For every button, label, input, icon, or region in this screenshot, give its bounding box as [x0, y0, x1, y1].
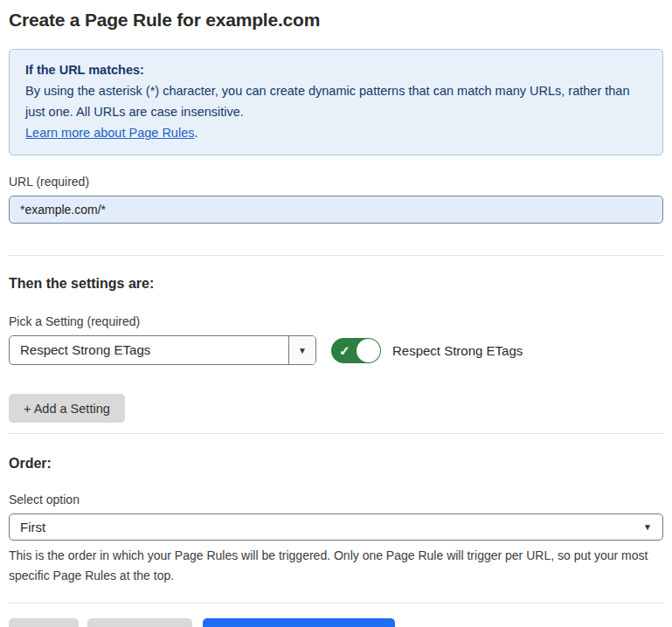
info-box-heading: If the URL matches: — [25, 59, 647, 80]
chevron-down-icon: ▼ — [643, 522, 652, 532]
order-select[interactable]: First ▼ — [9, 513, 663, 541]
footer-actions: Cancel Save as Draft Save and Deploy Pag… — [9, 618, 663, 627]
learn-more-link[interactable]: Learn more about Page Rules — [25, 126, 194, 140]
order-select-value: First — [20, 520, 45, 534]
link-period: . — [194, 126, 197, 140]
respect-strong-etags-toggle[interactable]: ✓ — [331, 338, 381, 363]
setting-row: Respect Strong ETags ▼ ✓ Respect Strong … — [9, 335, 663, 365]
check-icon: ✓ — [339, 344, 350, 357]
chevron-down-icon: ▼ — [298, 346, 307, 355]
info-box-body: By using the asterisk (*) character, you… — [25, 80, 647, 122]
info-box-link-line: Learn more about Page Rules. — [25, 122, 647, 143]
setting-toggle-group: ✓ Respect Strong ETags — [331, 338, 523, 363]
settings-section-heading: Then the settings are: — [9, 276, 663, 292]
setting-select[interactable]: Respect Strong ETags ▼ — [9, 335, 316, 365]
divider — [9, 603, 663, 603]
add-setting-button[interactable]: + Add a Setting — [9, 394, 125, 423]
cancel-button[interactable]: Cancel — [9, 618, 79, 627]
pick-setting-label: Pick a Setting (required) — [9, 314, 663, 328]
toggle-knob — [357, 339, 380, 362]
setting-select-arrow-button[interactable]: ▼ — [288, 336, 315, 364]
page-title: Create a Page Rule for example.com — [9, 10, 663, 31]
save-as-draft-button[interactable]: Save as Draft — [87, 618, 193, 627]
url-input[interactable] — [9, 196, 663, 224]
divider — [9, 255, 663, 256]
toggle-label: Respect Strong ETags — [392, 343, 523, 358]
save-and-deploy-button[interactable]: Save and Deploy Page Rule — [203, 618, 395, 627]
divider — [9, 433, 663, 434]
url-field-label: URL (required) — [9, 175, 663, 189]
setting-select-value: Respect Strong ETags — [10, 336, 288, 364]
order-help-text: This is the order in which your Page Rul… — [9, 546, 663, 586]
order-select-label: Select option — [9, 493, 663, 506]
order-section-heading: Order: — [9, 456, 663, 472]
page-rule-form: Create a Page Rule for example.com If th… — [0, 10, 672, 627]
url-match-info-box: If the URL matches: By using the asteris… — [9, 49, 663, 155]
